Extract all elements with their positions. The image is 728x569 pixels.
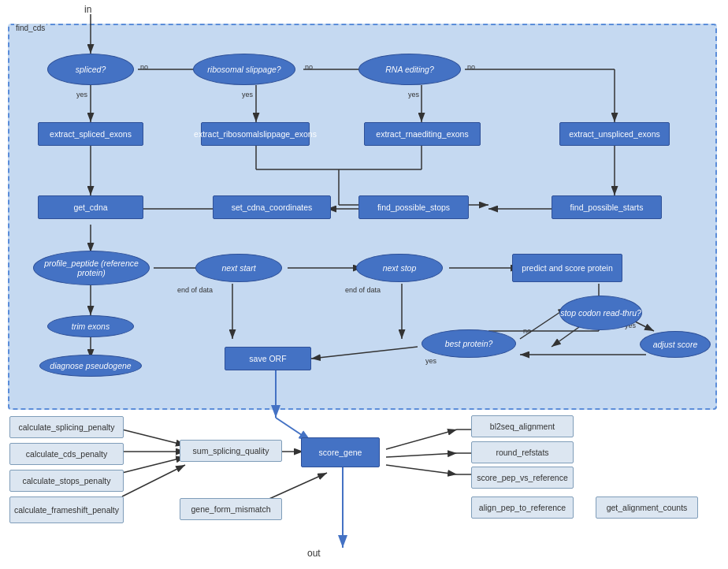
get-cdna-node: get_cdna xyxy=(38,195,143,219)
calculate-splicing-penalty-node: calculate_splicing_penalty xyxy=(9,416,124,438)
ribosomal-slippage-node: ribosomal slippage? xyxy=(193,54,295,85)
score-gene-node: score_gene xyxy=(301,437,380,467)
find-possible-stops-node: find_possible_stops xyxy=(358,195,469,219)
extract-rnaediting-node: extract_rnaediting_exons xyxy=(364,122,481,146)
stop-codon-readthru-node: stop codon read-thru? xyxy=(559,296,642,330)
calculate-stops-penalty-node: calculate_stops_penalty xyxy=(9,470,124,492)
find-possible-starts-node: find_possible_starts xyxy=(552,195,662,219)
calculate-frameshift-penalty-node: calculate_frameshift_penalty xyxy=(9,496,124,523)
score-pep-vs-reference-node: score_pep_vs_reference xyxy=(471,467,574,489)
sum-splicing-quality-node: sum_splicing_quality xyxy=(180,440,282,462)
extract-unspliced-node: extract_unspliced_exons xyxy=(559,122,670,146)
align-pep-to-reference-node: align_pep_to_reference xyxy=(471,496,574,519)
set-cdna-coordinates-node: set_cdna_coordinates xyxy=(213,195,331,219)
get-alignment-counts-node: get_alignment_counts xyxy=(596,496,698,519)
next-stop-node: next stop xyxy=(356,254,443,282)
rna-editing-node: RNA editing? xyxy=(358,54,461,85)
diagnose-pseudogene-node: diagnose pseudogene xyxy=(39,355,142,377)
end-of-data1-label: end of data xyxy=(177,286,213,294)
svg-line-45 xyxy=(386,430,457,449)
find-cds-label: find_cds xyxy=(14,24,46,32)
svg-line-41 xyxy=(122,457,185,473)
save-orf-node: save ORF xyxy=(225,347,311,370)
no2-label: no xyxy=(305,63,313,71)
yes2-label: yes xyxy=(242,91,253,99)
yes1-label: yes xyxy=(76,91,87,99)
round-refstats-node: round_refstats xyxy=(471,441,574,463)
yes4-label: yes xyxy=(425,357,436,365)
end-of-data2-label: end of data xyxy=(345,286,381,294)
in-label: in xyxy=(84,4,91,15)
calculate-cds-penalty-node: calculate_cds_penalty xyxy=(9,443,124,465)
best-protein-node: best protein? xyxy=(422,329,516,358)
next-start-node: next start xyxy=(195,254,282,282)
bl2seq-alignment-node: bl2seq_alignment xyxy=(471,415,574,437)
no3-label: no xyxy=(467,63,475,71)
gene-form-mismatch-node: gene_form_mismatch xyxy=(180,498,282,520)
svg-line-39 xyxy=(122,430,185,445)
svg-line-42 xyxy=(122,465,185,496)
out-label: out xyxy=(307,548,321,559)
profile-peptide-node: profile_peptide (reference protein) xyxy=(33,251,150,285)
yes3-label: yes xyxy=(408,91,419,99)
adjust-score-node: adjust score xyxy=(640,331,711,358)
extract-ribosomal-node: extract_ribosomalslippage_exons xyxy=(201,122,310,146)
predict-score-node: predict and score protein xyxy=(512,254,622,282)
extract-spliced-node: extract_spliced_exons xyxy=(38,122,143,146)
no1-label: no xyxy=(140,63,148,71)
spliced-node: spliced? xyxy=(47,54,134,85)
diagram-container: in find_cds xyxy=(0,0,728,569)
svg-line-47 xyxy=(386,465,457,474)
svg-line-46 xyxy=(386,453,457,457)
no4-label: no xyxy=(523,327,531,335)
trim-exons-node: trim exons xyxy=(47,315,134,337)
